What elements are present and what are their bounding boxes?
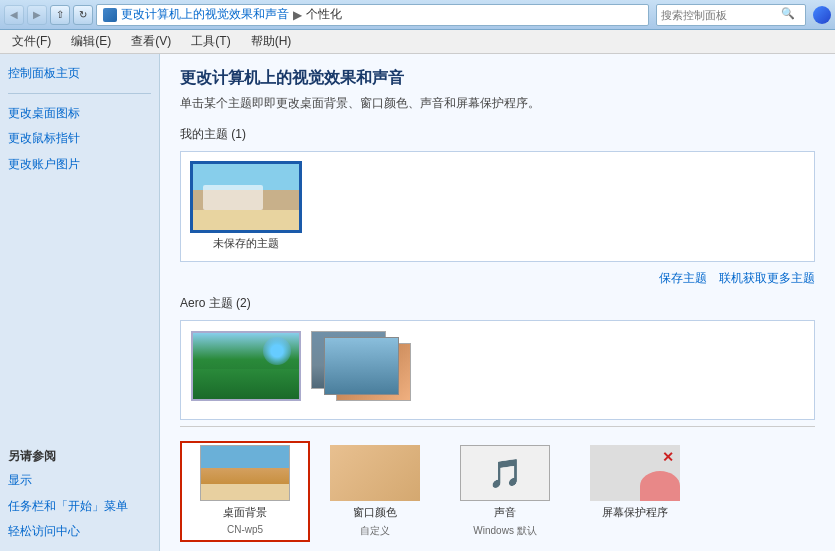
refresh-button[interactable]: ↻ (73, 5, 93, 25)
aero-theme-1[interactable] (191, 331, 301, 401)
bottom-desktop-bg[interactable]: 桌面背景 CN-wp5 (180, 441, 310, 542)
sidebar-also-section: 另请参阅 (8, 448, 151, 465)
sound-label: 声音 (494, 505, 516, 520)
forward-button[interactable]: ▶ (27, 5, 47, 25)
theme-name-unsaved: 未保存的主题 (213, 236, 279, 251)
aero-thumbnail-2 (311, 331, 421, 401)
save-theme-link[interactable]: 保存主题 (659, 270, 707, 287)
sidebar-divider (8, 93, 151, 94)
breadcrumb: 更改计算机上的视觉效果和声音 ▶ 个性化 (96, 4, 649, 26)
window-color-sublabel: 自定义 (360, 524, 390, 538)
my-themes-label: 我的主题 (1) (180, 126, 815, 143)
bottom-screen-saver[interactable]: 屏幕保护程序 (570, 441, 700, 542)
sidebar-link-taskbar[interactable]: 任务栏和「开始」菜单 (8, 497, 151, 516)
search-input[interactable] (661, 9, 781, 21)
desktop-bg-label: 桌面背景 (223, 505, 267, 520)
window-color-label: 窗口颜色 (353, 505, 397, 520)
my-themes-wrapper: 未保存的主题 (180, 151, 815, 262)
sidebar-link-mouse-pointer[interactable]: 更改鼠标指针 (8, 129, 151, 148)
bottom-sound[interactable]: 🎵 声音 Windows 默认 (440, 441, 570, 542)
main-layout: 控制面板主页 更改桌面图标 更改鼠标指针 更改账户图片 另请参阅 显示 任务栏和… (0, 54, 835, 551)
screensaver-thumb (590, 445, 680, 501)
sidebar-link-home[interactable]: 控制面板主页 (8, 64, 151, 83)
search-box[interactable]: 🔍 (656, 4, 806, 26)
breadcrumb-part1: 更改计算机上的视觉效果和声音 (121, 6, 289, 23)
breadcrumb-link-appearance[interactable]: 更改计算机上的视觉效果和声音 (121, 7, 289, 21)
menu-tools[interactable]: 工具(T) (183, 31, 238, 52)
search-icon[interactable]: 🔍 (781, 7, 797, 23)
theme-item-unsaved[interactable]: 未保存的主题 (191, 162, 301, 251)
folder-icon (103, 8, 117, 22)
menu-bar: 文件(F) 编辑(E) 查看(V) 工具(T) 帮助(H) (0, 30, 835, 54)
my-themes-grid: 未保存的主题 (191, 162, 804, 251)
title-bar: ◀ ▶ ⇧ ↻ 更改计算机上的视觉效果和声音 ▶ 个性化 🔍 (0, 0, 835, 30)
menu-view[interactable]: 查看(V) (123, 31, 179, 52)
aero-theme-2[interactable] (311, 331, 421, 401)
window-color-thumb (330, 445, 420, 501)
page-subtitle: 单击某个主题即即更改桌面背景、窗口颜色、声音和屏幕保护程序。 (180, 95, 815, 112)
bottom-window-color[interactable]: 窗口颜色 自定义 (310, 441, 440, 542)
sidebar-link-ease-of-access[interactable]: 轻松访问中心 (8, 522, 151, 541)
breadcrumb-current: 个性化 (306, 6, 342, 23)
desktop-bg-sublabel: CN-wp5 (227, 524, 263, 535)
sound-thumb: 🎵 (460, 445, 550, 501)
sidebar: 控制面板主页 更改桌面图标 更改鼠标指针 更改账户图片 另请参阅 显示 任务栏和… (0, 54, 160, 551)
menu-help[interactable]: 帮助(H) (243, 31, 300, 52)
desktop-bg-thumb (200, 445, 290, 501)
back-button[interactable]: ◀ (4, 5, 24, 25)
nav-bar: ◀ ▶ ⇧ ↻ 更改计算机上的视觉效果和声音 ▶ 个性化 🔍 (4, 4, 831, 26)
menu-file[interactable]: 文件(F) (4, 31, 59, 52)
get-more-link[interactable]: 联机获取更多主题 (719, 270, 815, 287)
bottom-section: 桌面背景 CN-wp5 窗口颜色 自定义 🎵 声音 Windows 默认 (180, 426, 815, 542)
music-icon: 🎵 (488, 457, 523, 490)
sidebar-link-desktop-icons[interactable]: 更改桌面图标 (8, 104, 151, 123)
sidebar-link-display[interactable]: 显示 (8, 471, 151, 490)
aero-themes-grid (191, 331, 804, 401)
up-button[interactable]: ⇧ (50, 5, 70, 25)
my-themes-container: 未保存的主题 (180, 151, 815, 262)
aero-themes-container (180, 320, 815, 420)
sound-sublabel: Windows 默认 (473, 524, 536, 538)
aero-thumbnail-1 (191, 331, 301, 401)
info-icon (813, 6, 831, 24)
page-title: 更改计算机上的视觉效果和声音 (180, 68, 815, 89)
screensaver-label: 屏幕保护程序 (602, 505, 668, 520)
theme-thumbnail-unsaved (191, 162, 301, 232)
aero-themes-label: Aero 主题 (2) (180, 295, 815, 312)
menu-edit[interactable]: 编辑(E) (63, 31, 119, 52)
breadcrumb-separator: ▶ (293, 8, 302, 22)
sidebar-link-account-picture[interactable]: 更改账户图片 (8, 155, 151, 174)
theme-actions: 保存主题 联机获取更多主题 (180, 270, 815, 287)
content-inner: 更改计算机上的视觉效果和声音 单击某个主题即即更改桌面背景、窗口颜色、声音和屏幕… (160, 54, 835, 551)
content-area: 更改计算机上的视觉效果和声音 单击某个主题即即更改桌面背景、窗口颜色、声音和屏幕… (160, 54, 835, 551)
